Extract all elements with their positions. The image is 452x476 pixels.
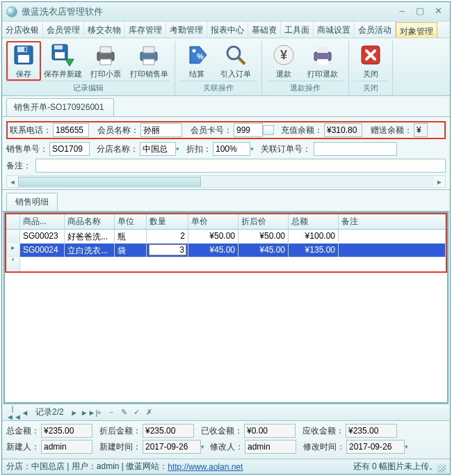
- cell-disc[interactable]: ¥45.00: [239, 244, 289, 257]
- cell-remark[interactable]: [339, 244, 446, 257]
- relorder-input[interactable]: [314, 142, 397, 156]
- discount-input[interactable]: [213, 142, 250, 156]
- save-new-label: 保存并新建: [42, 69, 83, 79]
- nav-edit[interactable]: ✎: [118, 408, 131, 417]
- col-name[interactable]: 商品名称: [65, 214, 115, 229]
- col-code[interactable]: 商品...: [20, 214, 65, 229]
- form-hscroll[interactable]: ◄ ►: [6, 175, 446, 188]
- cell-total[interactable]: ¥100.00: [289, 230, 339, 243]
- phone-label: 联系电话：: [10, 125, 51, 136]
- name-input[interactable]: [140, 123, 182, 137]
- new-row-handle[interactable]: *: [6, 257, 20, 271]
- status-url[interactable]: http://www.aolan.net: [168, 462, 243, 472]
- app-logo-icon: [6, 6, 17, 17]
- close-window-button[interactable]: ✕: [430, 6, 446, 17]
- save-button[interactable]: 保存: [6, 41, 41, 81]
- ribbon-caption: 关闭: [353, 81, 388, 94]
- status-bar: 分店：中国总店 | 用户：admin | 傲蓝网站： http://www.ao…: [2, 459, 450, 474]
- discount-dropdown-icon[interactable]: ▾: [250, 145, 254, 152]
- col-total[interactable]: 总额: [289, 214, 339, 229]
- save-new-icon: [50, 42, 75, 68]
- phone-input[interactable]: [53, 123, 89, 137]
- total-input: [41, 424, 92, 438]
- cell-name[interactable]: 立白洗衣...: [65, 244, 115, 257]
- cell-price[interactable]: ¥50.00: [188, 230, 239, 243]
- settle-button[interactable]: %结算: [179, 41, 214, 81]
- qty-input[interactable]: [149, 244, 186, 255]
- nav-prev[interactable]: ◄: [19, 408, 31, 417]
- menu-item-9[interactable]: 会员活动: [355, 22, 396, 38]
- scroll-right-icon[interactable]: ►: [434, 178, 445, 186]
- cell-disc[interactable]: ¥50.00: [239, 230, 289, 243]
- menu-item-8[interactable]: 商城设置: [314, 22, 355, 38]
- svg-line-17: [239, 58, 245, 64]
- cell-total[interactable]: ¥135.00: [289, 244, 339, 257]
- cell-qty[interactable]: [147, 244, 188, 257]
- mtime-dropdown-icon[interactable]: ▾: [405, 443, 408, 450]
- table-row[interactable]: SG00023好爸爸洗...瓶2¥50.00¥50.00¥100.00: [6, 230, 446, 244]
- col-disc[interactable]: 折后价: [239, 214, 289, 229]
- save-label: 保存: [8, 69, 40, 79]
- cell-qty[interactable]: 2: [147, 230, 188, 243]
- menu-item-6[interactable]: 基础资: [248, 22, 281, 38]
- cell-code[interactable]: SG00023: [20, 230, 65, 243]
- minimize-button[interactable]: –: [394, 6, 410, 17]
- nav-del[interactable]: －: [106, 407, 118, 418]
- col-remark[interactable]: 备注: [339, 214, 446, 229]
- col-unit[interactable]: 单位: [115, 214, 147, 229]
- saleno-input[interactable]: [49, 142, 90, 156]
- cell-name[interactable]: 好爸爸洗...: [65, 230, 115, 243]
- print-ticket-button[interactable]: 打印小票: [84, 41, 127, 81]
- branch-dropdown-icon[interactable]: ▾: [176, 145, 179, 152]
- close-button[interactable]: 关闭: [353, 41, 388, 81]
- cell-remark[interactable]: [339, 230, 446, 243]
- cell-code[interactable]: SG00024: [20, 244, 65, 257]
- menu-item-7[interactable]: 工具面: [281, 22, 314, 38]
- nav-cancel[interactable]: ✗: [143, 408, 156, 417]
- col-price[interactable]: 单价: [188, 214, 239, 229]
- menu-item-4[interactable]: 考勤管理: [166, 22, 207, 38]
- scroll-left-icon[interactable]: ◄: [7, 178, 18, 186]
- settle-icon: %: [184, 42, 209, 68]
- card-lookup-icon[interactable]: [263, 125, 274, 135]
- doc-tab[interactable]: 销售开单-SO170926001: [6, 98, 114, 116]
- menu-item-2[interactable]: 移交衣物: [84, 22, 125, 38]
- nav-add[interactable]: ＋: [93, 407, 106, 418]
- save-new-button[interactable]: 保存并新建: [41, 41, 84, 81]
- resize-grip-icon[interactable]: [437, 464, 446, 473]
- new-row[interactable]: *: [6, 257, 446, 271]
- cell-unit[interactable]: 瓶: [115, 230, 147, 243]
- row-handle[interactable]: [6, 230, 20, 243]
- scroll-thumb[interactable]: [18, 177, 201, 187]
- row-handle[interactable]: ▸: [6, 244, 20, 257]
- print-sale-icon: [136, 42, 161, 68]
- maximize-button[interactable]: ▢: [412, 6, 428, 17]
- nav-last[interactable]: ►►|: [81, 408, 93, 417]
- refund-button[interactable]: ¥退款: [266, 41, 301, 81]
- menu-item-10[interactable]: 对象管理: [396, 22, 437, 38]
- branch-label: 分店名称：: [97, 143, 138, 155]
- col-qty[interactable]: 数量: [147, 214, 188, 229]
- creator-label: 新建人：: [6, 441, 40, 453]
- menu-item-3[interactable]: 库存管理: [125, 22, 166, 38]
- ribbon-group2: %结算引入订单关联操作: [175, 41, 262, 95]
- card-input[interactable]: [234, 123, 263, 137]
- import-button[interactable]: 引入订单: [214, 41, 257, 81]
- remark-input[interactable]: [35, 159, 446, 173]
- menu-item-0[interactable]: 分店收银: [2, 22, 43, 38]
- nav-first[interactable]: |◄◄: [6, 404, 19, 421]
- detail-tab[interactable]: 销售明细: [6, 193, 58, 211]
- menu-item-1[interactable]: 会员管理: [43, 22, 84, 38]
- branch-input[interactable]: [140, 142, 176, 156]
- table-row[interactable]: ▸SG00024立白洗衣...袋¥45.00¥45.00¥135.00: [6, 244, 446, 257]
- nav-next[interactable]: ►: [68, 408, 81, 417]
- cell-unit[interactable]: 袋: [115, 244, 147, 257]
- ctime-label: 新建时间：: [99, 441, 141, 453]
- grid-header: 商品... 商品名称 单位 数量 单价 折后价 总额 备注: [6, 214, 446, 230]
- menu-item-5[interactable]: 报表中心: [207, 22, 248, 38]
- nav-ok[interactable]: ✓: [131, 408, 143, 417]
- cell-price[interactable]: ¥45.00: [188, 244, 239, 257]
- ctime-dropdown-icon[interactable]: ▾: [201, 443, 204, 450]
- print-refund-button[interactable]: 打印退款: [301, 41, 344, 81]
- print-sale-button[interactable]: 打印销售单: [127, 41, 170, 81]
